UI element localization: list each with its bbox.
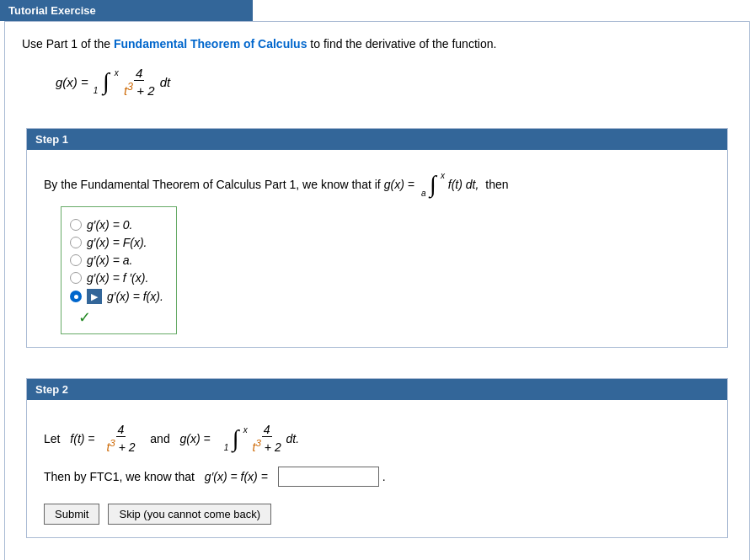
step2-lower: 1 <box>224 443 229 452</box>
integral-sign-problem: x ∫ 1 4 t3 + 2 dt <box>94 66 170 98</box>
option-label-3: g′(x) = a. <box>87 253 132 267</box>
dt-problem: dt <box>160 75 171 89</box>
gpx-label: g′(x) = f(x) = <box>205 470 268 483</box>
option-label-2: g′(x) = F(x). <box>87 236 147 249</box>
step1-text-before: By the Fundamental Theorem of Calculus P… <box>44 178 381 191</box>
ft-denominator: t3 + 2 <box>104 437 136 454</box>
instruction-text: Use Part 1 of the <box>22 37 110 51</box>
radio-4[interactable] <box>70 272 82 284</box>
step1-section: Step 1 By the Fundamental Theorem of Cal… <box>26 128 728 348</box>
upper-limit-problem: x <box>115 68 119 77</box>
numerator-problem: 4 <box>134 66 144 81</box>
step1-integral: x ∫ a f(t) dt, <box>421 173 479 196</box>
answer-input[interactable] <box>278 467 379 487</box>
step2-upper: x <box>243 425 248 435</box>
option-row-1[interactable]: g′(x) = 0. <box>70 218 163 232</box>
skip-button[interactable]: Skip (you cannot come back) <box>108 504 271 525</box>
page-wrapper: Tutorial Exercise Use Part 1 of the Fund… <box>0 0 754 560</box>
ft-fraction: 4 t3 + 2 <box>104 423 136 454</box>
options-box: g′(x) = 0. g′(x) = F(x). g′(x) = a. <box>61 206 177 334</box>
step2-section: Step 2 Let f(t) = 4 t3 + 2 and g(x) = <box>26 378 728 538</box>
gx-denominator: t3 + 2 <box>251 437 283 454</box>
step2-integral: x ∫ 1 4 t3 + 2 dt. <box>224 423 299 454</box>
let-text: Let <box>44 432 60 445</box>
radio-5-selected[interactable] <box>70 291 82 302</box>
submit-button[interactable]: Submit <box>44 504 99 525</box>
instruction-text2: to find the derivative of the function. <box>310 37 496 51</box>
and-label: and <box>150 432 169 445</box>
correct-icon: ▶ <box>87 289 102 304</box>
gx-fraction: 4 t3 + 2 <box>251 423 283 454</box>
theorem-name: Fundamental Theorem of Calculus <box>114 37 307 51</box>
step2-dt: dt. <box>286 432 300 445</box>
gx-label-step2: g(x) = <box>180 432 211 445</box>
step1-gx: g(x) = <box>384 178 414 191</box>
radio-3[interactable] <box>70 254 82 266</box>
option-label-4: g′(x) = f ′(x). <box>87 271 148 285</box>
step2-header: Step 2 <box>27 379 727 400</box>
main-content-area: Use Part 1 of the Fundamental Theorem of… <box>4 21 750 560</box>
option-row-2[interactable]: g′(x) = F(x). <box>70 236 163 249</box>
step1-content: By the Fundamental Theorem of Calculus P… <box>27 160 727 347</box>
then-text: Then by FTC1, we know that <box>44 470 195 483</box>
option-row-3[interactable]: g′(x) = a. <box>70 253 163 267</box>
radio-2[interactable] <box>70 237 82 248</box>
option-label-5: g′(x) = f(x). <box>107 290 163 303</box>
step2-let-line: Let f(t) = 4 t3 + 2 and g(x) = <box>44 423 710 454</box>
step2-int-sym: ∫ <box>233 427 239 451</box>
step1-lower: a <box>421 189 426 198</box>
option-label-1: g′(x) = 0. <box>87 218 132 232</box>
tutorial-header: Tutorial Exercise <box>0 0 253 21</box>
step1-text-line: By the Fundamental Theorem of Calculus P… <box>44 173 710 196</box>
step2-content: Let f(t) = 4 t3 + 2 and g(x) = <box>27 410 727 537</box>
checkmark: ✓ <box>78 308 163 327</box>
gx-label: g(x) = <box>56 75 88 89</box>
gx-numerator: 4 <box>262 423 272 437</box>
step1-header: Step 1 <box>27 129 727 150</box>
problem-math-expression: g(x) = x ∫ 1 4 t3 + 2 dt <box>56 66 732 98</box>
option-row-5[interactable]: ▶ g′(x) = f(x). <box>70 289 163 304</box>
step1-upper: x <box>441 171 445 180</box>
denominator-problem: t3 + 2 <box>122 81 157 98</box>
step1-int-sym: ∫ <box>430 173 436 196</box>
step1-integrand: f(t) dt, <box>448 178 479 191</box>
integral-sym-problem: ∫ <box>103 70 110 93</box>
period: . <box>382 470 386 483</box>
radio-1[interactable] <box>70 219 82 231</box>
button-row: Submit Skip (you cannot come back) <box>44 504 710 525</box>
ft-numerator: 4 <box>116 423 126 437</box>
lower-limit-problem: 1 <box>94 86 99 95</box>
problem-statement: Use Part 1 of the Fundamental Theorem of… <box>22 35 732 53</box>
step1-then: then <box>485 178 508 191</box>
step2-then-line: Then by FTC1, we know that g′(x) = f(x) … <box>44 467 710 487</box>
option-row-4[interactable]: g′(x) = f ′(x). <box>70 271 163 285</box>
ft-label: f(t) = <box>70 432 94 445</box>
